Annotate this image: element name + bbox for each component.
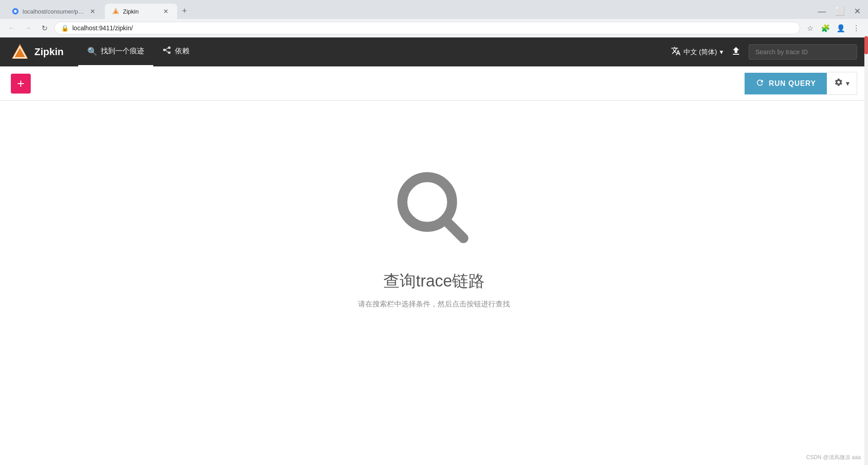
footer-text: CSDN @清风微凉 aaa: [806, 454, 861, 460]
refresh-icon: [755, 78, 764, 89]
tab2-close-button[interactable]: ✕: [162, 7, 170, 15]
zipkin-logo: Zipkin: [11, 43, 64, 61]
zipkin-nav: Zipkin 🔍 找到一个痕迹 依赖: [0, 38, 868, 66]
svg-line-10: [165, 50, 168, 53]
window-controls: — ⬜ ✕: [815, 5, 863, 17]
tab1-close-button[interactable]: ✕: [89, 7, 97, 15]
back-button[interactable]: ←: [5, 22, 18, 34]
window-minimize-button[interactable]: —: [815, 6, 829, 17]
plus-icon: +: [17, 76, 24, 91]
extensions-button[interactable]: 🧩: [819, 22, 832, 34]
zipkin-nav-links: 🔍 找到一个痕迹 依赖: [78, 38, 198, 66]
translate-icon: [671, 46, 681, 58]
zipkin-main-content: 查询trace链路 请在搜索栏中选择条件，然后点击按钮进行查找: [0, 101, 868, 372]
expand-icon: ▾: [846, 79, 849, 88]
zipkin-app: Zipkin 🔍 找到一个痕迹 依赖: [0, 38, 868, 465]
reload-button[interactable]: ↻: [38, 22, 51, 34]
toolbar-right: ☆ 🧩 👤 ⋮: [804, 22, 863, 34]
svg-line-12: [446, 221, 463, 238]
browser-toolbar: ← → ↻ 🔒 localhost:9411/zipkin/ ☆ 🧩 👤 ⋮: [0, 19, 868, 38]
svg-point-1: [14, 10, 17, 13]
new-tab-button[interactable]: +: [178, 5, 191, 17]
search-nav-icon: 🔍: [87, 47, 97, 56]
tab2-favicon: [112, 8, 119, 15]
dependencies-nav-icon: [162, 46, 171, 57]
svg-rect-6: [163, 49, 165, 51]
page-footer: CSDN @清风微凉 aaa: [806, 454, 861, 461]
window-maximize-button[interactable]: ⬜: [832, 5, 848, 17]
lock-icon: 🔒: [61, 24, 69, 32]
language-text: 中文 (简体): [684, 48, 717, 56]
scrollbar-track[interactable]: [864, 36, 868, 465]
gear-icon: [834, 78, 843, 89]
chevron-down-icon: ▾: [720, 48, 723, 56]
zipkin-logo-text: Zipkin: [34, 46, 64, 58]
url-text: localhost:9411/zipkin/: [72, 24, 793, 32]
search-illustration: [389, 164, 479, 256]
svg-rect-8: [168, 52, 170, 54]
tab2-title: Zipkin: [123, 8, 158, 15]
more-menu-button[interactable]: ⋮: [850, 22, 863, 34]
tab1-favicon: [12, 8, 19, 15]
browser-tab-2[interactable]: Zipkin ✕: [105, 4, 177, 19]
scrollbar-thumb[interactable]: [864, 36, 868, 54]
empty-state-title: 查询trace链路: [383, 270, 485, 292]
dependencies-link[interactable]: 依赖: [153, 38, 198, 66]
tab1-title: localhost/consumer/payment/: [23, 8, 85, 15]
find-traces-label: 找到一个痕迹: [101, 47, 144, 56]
run-query-label: RUN QUERY: [769, 80, 816, 88]
zipkin-nav-right: 中文 (简体) ▾: [671, 44, 857, 60]
svg-rect-7: [168, 47, 170, 49]
zipkin-logo-icon: [11, 43, 29, 61]
browser-tab-1[interactable]: localhost/consumer/payment/ ✕: [5, 4, 104, 19]
trace-id-search-input[interactable]: [749, 44, 857, 60]
query-toolbar: + RUN QUERY ▾: [0, 66, 868, 101]
browser-tabs: localhost/consumer/payment/ ✕ Zipkin ✕ +: [5, 4, 811, 19]
browser-chrome: localhost/consumer/payment/ ✕ Zipkin ✕ +…: [0, 0, 868, 38]
window-close-button[interactable]: ✕: [851, 5, 863, 17]
svg-line-9: [165, 48, 168, 50]
bookmark-star-button[interactable]: ☆: [804, 22, 816, 34]
find-traces-link[interactable]: 🔍 找到一个痕迹: [78, 38, 153, 66]
add-criteria-button[interactable]: +: [11, 74, 31, 94]
profile-button[interactable]: 👤: [835, 22, 847, 34]
browser-titlebar: localhost/consumer/payment/ ✕ Zipkin ✕ +…: [0, 0, 868, 19]
language-selector[interactable]: 中文 (简体) ▾: [671, 46, 723, 58]
address-bar[interactable]: 🔒 localhost:9411/zipkin/: [54, 22, 800, 34]
forward-button[interactable]: →: [22, 22, 34, 34]
empty-state-subtitle: 请在搜索栏中选择条件，然后点击按钮进行查找: [358, 300, 510, 309]
run-query-button[interactable]: RUN QUERY: [745, 73, 827, 94]
upload-button[interactable]: [731, 46, 741, 59]
dependencies-label: 依赖: [175, 47, 189, 56]
settings-button[interactable]: ▾: [827, 72, 857, 95]
